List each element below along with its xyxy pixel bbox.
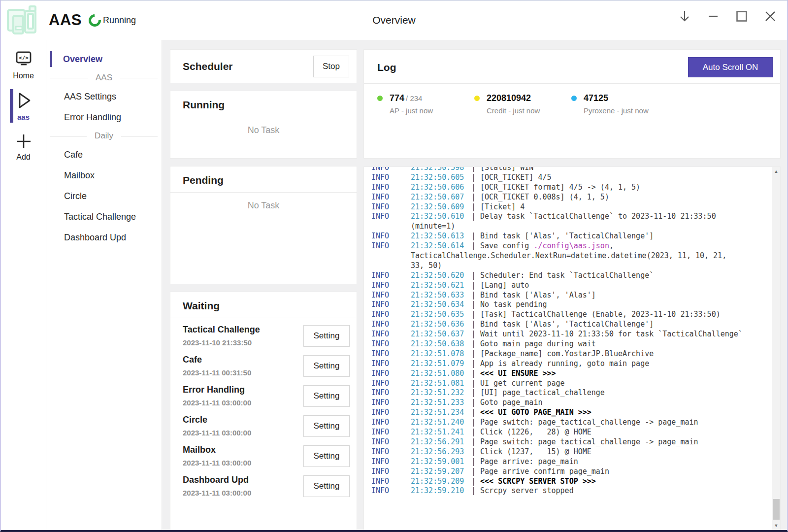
dashboard-stats: 774/ 234 AP - just now 220810942 [364,84,780,115]
nav-sidebar: Overview AAS AAS SettingsError Handling … [46,40,162,530]
task-next-run: 2023-11-10 21:33:50 [183,338,260,347]
waiting-task-row: Cafe 2023-11-11 00:31:50 Setting [183,351,350,381]
nav-group-divider-aas: AAS [46,69,162,86]
task-name: Circle [183,415,251,425]
divider [170,192,357,193]
stat-label: AP - just now [390,106,433,115]
log-line: INFO21:32:50.614|Save config ./config\aa… [371,241,772,251]
window-controls [677,7,778,25]
code-monitor-icon: </> [14,50,33,69]
log-line: INFO21:32:50.635|[Task] TacticalChalleng… [371,310,772,320]
nav-group-divider-daily: Daily [46,128,162,144]
nav-item[interactable]: Circle [46,186,162,206]
stat-suffix: / 234 [406,94,422,102]
stat-label: Credit - just now [487,106,540,115]
log-line: INFO21:32:50.636|Bind task ['Alas', 'Tac… [371,320,772,330]
scrollbar-thumb[interactable] [773,499,780,520]
nav-item[interactable]: AAS Settings [46,86,162,107]
stat-block: 220810942 Credit - just now [474,93,571,115]
log-line: INFO21:32:50.634|No task pending [371,300,772,310]
log-line: INFO21:32:51.240|Page switch: page_tacti… [371,418,772,428]
main-content: Scheduler Stop Running No Task Pending N… [162,40,787,530]
log-line: INFO21:32:59.207|Page arrive confirm pag… [371,467,772,477]
rail-item-home[interactable]: </> Home [1,47,46,83]
log-line: INFO21:32:51.078|[Package_name] com.Yost… [371,349,772,359]
task-setting-button[interactable]: Setting [303,445,350,467]
task-setting-button[interactable]: Setting [303,415,350,437]
nav-item-overview[interactable]: Overview [46,49,162,69]
task-setting-button[interactable]: Setting [303,355,350,377]
pending-title: Pending [183,174,344,186]
plus-icon [15,133,33,150]
scroll-down-icon[interactable]: ▼ [772,521,780,530]
log-scrollbar[interactable]: ▲ ▼ [772,167,780,530]
icon-rail: </> Home aas Add [1,40,46,530]
task-next-run: 2023-11-11 03:00:00 [183,429,251,437]
log-line: TacticalChallenge.Scheduler.NextRun=date… [371,251,772,261]
running-spinner-icon [86,11,103,29]
waiting-title: Waiting [183,300,344,312]
scroll-up-icon[interactable]: ▲ [772,167,780,175]
app-window: AAS Running Overview [0,0,788,532]
log-line: INFO21:32:50.620|Scheduler: End task `Ta… [371,271,772,281]
scheduler-card: Scheduler Stop [170,49,357,83]
stat-dot-icon [377,96,383,101]
log-line: INFO21:32:51.080|<<< UI ENSURE >>> [371,369,772,379]
log-line: INFO21:32:50.607|[OCR_TICKET 0.008s] (4,… [371,193,772,202]
scheduler-status-text: Running [103,15,136,26]
log-line: INFO21:32:50.637|Wait until 2023-11-10 2… [371,330,772,339]
waiting-task-row: Error Handling 2023-11-11 03:00:00 Setti… [183,381,350,411]
close-icon[interactable] [762,7,778,25]
task-next-run: 2023-11-11 03:00:00 [183,459,251,467]
task-setting-button[interactable]: Setting [303,475,350,497]
log-line: INFO21:32:50.633|Bind task ['Alas', 'Ala… [371,291,772,300]
log-line: INFO21:32:59.001|Page arrive: page_main [371,457,772,467]
log-line: INFO21:32:50.605|[OCR_TICKET] 4/5 [371,173,772,183]
download-icon[interactable] [677,7,692,25]
log-output-panel: INFO21:32:50.598|[Status] WININFO21:32:5… [363,166,781,530]
rail-label-add: Add [16,153,30,162]
nav-item[interactable]: Mailbox [46,165,162,186]
task-name: Tactical Challenge [183,325,260,335]
log-line: 33, 50) [371,261,772,271]
task-setting-button[interactable]: Setting [303,385,350,407]
running-empty-text: No Task [170,125,357,135]
nav-item[interactable]: Dashboard Upd [46,227,162,248]
rail-item-add[interactable]: Add [1,129,46,165]
nav-item[interactable]: Cafe [46,144,162,165]
log-line: INFO21:32:50.613|Bind task ['Alas', 'Tac… [371,232,772,241]
log-line: INFO21:32:51.081|UI get current page [371,379,772,389]
log-line: INFO21:32:56.293|Click (1237, 15) @ HOME [371,447,772,457]
auto-scroll-toggle[interactable]: Auto Scroll ON [688,57,773,77]
maximize-icon[interactable] [734,7,750,25]
stat-block: 774/ 234 AP - just now [377,93,474,115]
stat-dot-icon [571,96,577,101]
log-lines: INFO21:32:50.598|[Status] WININFO21:32:5… [371,166,772,496]
nav-item[interactable]: Tactical Challenge [46,206,162,227]
stop-button[interactable]: Stop [313,56,349,77]
log-line: INFO21:32:51.234|<<< UI GOTO PAGE_MAIN >… [371,408,772,418]
waiting-task-list: Tactical Challenge 2023-11-10 21:33:50 S… [170,318,357,501]
log-line: INFO21:32:59.209|<<< SCRCPY SERVER STOP … [371,477,772,487]
nav-item[interactable]: Error Handling [46,107,162,128]
stat-value: 47125 [584,93,608,103]
log-line: INFO21:32:51.241|Click (1226, 28) @ HOME [371,428,772,437]
stat-value: 774 [390,93,404,103]
minimize-icon[interactable] [705,7,721,25]
pending-card: Pending No Task [170,166,357,284]
app-logo-icon [6,5,39,35]
rail-item-aas[interactable]: aas [1,88,46,124]
log-line: INFO21:32:51.232|[UI] page_tactical_chal… [371,388,772,398]
waiting-task-row: Dashboard Upd 2023-11-11 03:00:00 Settin… [183,471,350,501]
log-line: INFO21:32:51.233|Goto page_main [371,398,772,408]
running-title: Running [183,99,344,111]
log-line: INFO21:32:51.079|App is already running,… [371,359,772,369]
log-line: INFO21:32:50.609|[Ticket] 4 [371,202,772,212]
task-name: Mailbox [183,445,251,455]
task-setting-button[interactable]: Setting [303,325,350,347]
running-card: Running No Task [170,91,357,159]
stat-dot-icon [474,96,480,101]
scheduler-title: Scheduler [183,61,233,72]
task-name: Error Handling [183,385,251,395]
log-title: Log [377,62,396,73]
